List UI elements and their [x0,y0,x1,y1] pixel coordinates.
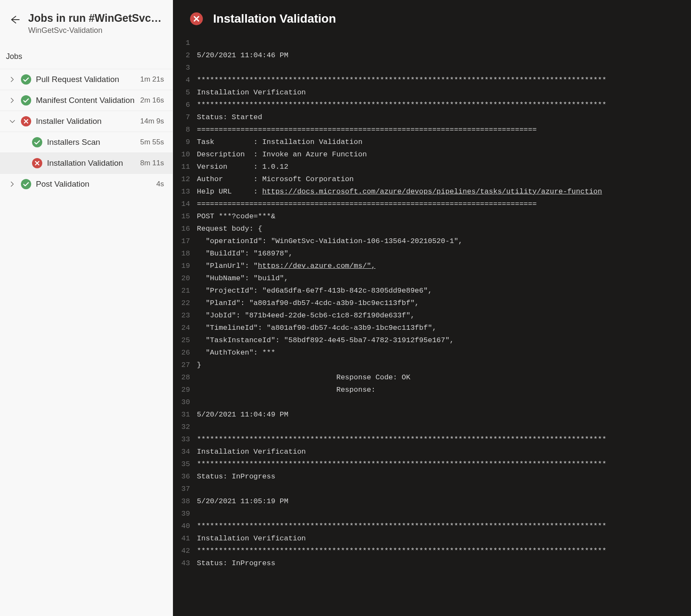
step-row[interactable]: Installation Validation8m 11s [0,153,173,173]
run-title: Jobs in run #WinGetSvc-Valida… [28,12,163,24]
error-icon [32,158,42,168]
line-number: 17 [173,235,197,247]
expand-toggle[interactable] [6,117,19,125]
job-row[interactable]: Manifest Content Validation2m 16s [0,90,173,111]
log-line: 32 [173,421,691,433]
log-line: 43Status: InProgress [173,557,691,569]
job-name: Installer Validation [33,117,140,126]
log-body[interactable]: 125/20/2021 11:04:46 PM34***************… [173,37,691,616]
line-number: 34 [173,446,197,458]
success-icon [32,137,42,147]
line-number: 31 [173,408,197,421]
line-number: 7 [173,111,197,123]
job-row[interactable]: Pull Request Validation1m 21s [0,69,173,90]
log-line: 42**************************************… [173,545,691,557]
line-number: 35 [173,458,197,470]
log-line: 39 [173,507,691,520]
log-line: 30 [173,396,691,408]
expand-toggle[interactable] [6,76,19,83]
line-number: 39 [173,507,197,520]
line-content: 5/20/2021 11:04:46 PM [197,49,288,62]
line-number: 23 [173,309,197,322]
line-content: Response: [197,384,375,396]
log-line: 40**************************************… [173,520,691,532]
log-line: 14======================================… [173,198,691,210]
job-duration: 14m 9s [140,117,167,126]
line-content: Installation Verification [197,86,306,99]
log-line: 23 "JobId": "871b4eed-22de-5cb6-c1c8-82f… [173,309,691,322]
log-line: 25 "TaskInstanceId": "58bdf892-4e45-5ba7… [173,334,691,346]
line-content: ****************************************… [197,433,606,446]
step-duration: 5m 55s [140,138,167,147]
log-header: Installation Validation [173,0,691,37]
jobs-section-label: Jobs [0,43,173,69]
line-number: 19 [173,260,197,272]
step-duration: 8m 11s [140,159,167,167]
job-list: Pull Request Validation1m 21sManifest Co… [0,69,173,194]
step-name: Installation Validation [44,158,140,168]
success-icon [21,95,31,106]
chevron-right-icon [9,76,16,83]
job-status-icon [19,74,33,85]
expand-toggle[interactable] [6,180,19,188]
log-line: 35**************************************… [173,458,691,470]
log-line: 20 "HubName": "build", [173,272,691,285]
log-link[interactable]: https://dev.azure.com/ms/", [258,262,375,270]
job-duration: 4s [156,180,167,188]
chevron-right-icon [9,180,16,188]
back-button[interactable] [9,15,20,26]
line-number: 36 [173,470,197,483]
job-row[interactable]: Installer Validation14m 9s [0,111,173,132]
log-line: 8=======================================… [173,123,691,136]
job-row[interactable]: Post Validation4s [0,173,173,194]
line-content: Request body: { [197,223,262,235]
line-number: 24 [173,322,197,334]
log-line: 28 Response Code: OK [173,371,691,384]
line-number: 11 [173,161,197,173]
log-title: Installation Validation [213,12,336,26]
line-number: 38 [173,495,197,507]
line-content: ****************************************… [197,545,606,557]
log-panel: Installation Validation 125/20/2021 11:0… [173,0,691,616]
log-line: 36Status: InProgress [173,470,691,483]
job-status-icon [19,95,33,106]
log-line: 1 [173,37,691,49]
log-line: 9Task : Installation Validation [173,136,691,148]
step-row[interactable]: Installers Scan5m 55s [0,132,173,153]
line-content: Task : Installation Validation [197,136,363,148]
line-content: Status: Started [197,111,262,123]
line-number: 26 [173,346,197,359]
step-name: Installers Scan [44,138,140,147]
line-content: "ProjectId": "ed6a5dfa-6e7f-413b-842c-83… [197,285,432,297]
job-name: Manifest Content Validation [33,96,140,105]
line-content: 5/20/2021 11:04:49 PM [197,408,288,421]
line-number: 28 [173,371,197,384]
log-line: 18 "BuildId": "168978", [173,247,691,260]
line-number: 3 [173,62,197,74]
line-content: Installation Verification [197,532,306,545]
line-content: "BuildId": "168978", [197,247,293,260]
log-line: 10Description : Invoke an Azure Function [173,148,691,161]
job-name: Post Validation [33,179,156,189]
expand-toggle[interactable] [6,97,19,104]
log-line: 7Status: Started [173,111,691,123]
line-content: "AuthToken": *** [197,346,275,359]
line-number: 21 [173,285,197,297]
line-content: "JobId": "871b4eed-22de-5cb6-c1c8-82f190… [197,309,415,322]
line-number: 2 [173,49,197,62]
log-link[interactable]: https://docs.microsoft.com/azure/devops/… [262,188,602,196]
log-line: 13Help URL : https://docs.microsoft.com/… [173,185,691,198]
line-number: 42 [173,545,197,557]
log-line: 37 [173,483,691,495]
success-icon [21,74,31,85]
line-number: 29 [173,384,197,396]
line-number: 20 [173,272,197,285]
log-line: 19 "PlanUrl": "https://dev.azure.com/ms/… [173,260,691,272]
sidebar-header: Jobs in run #WinGetSvc-Valida… WinGetSvc… [0,0,173,43]
log-line: 27} [173,359,691,371]
log-line: 12Author : Microsoft Corporation [173,173,691,185]
line-content: ****************************************… [197,458,606,470]
log-status-icon [189,12,204,25]
log-line: 5Installation Verification [173,86,691,99]
line-content: } [197,359,201,371]
